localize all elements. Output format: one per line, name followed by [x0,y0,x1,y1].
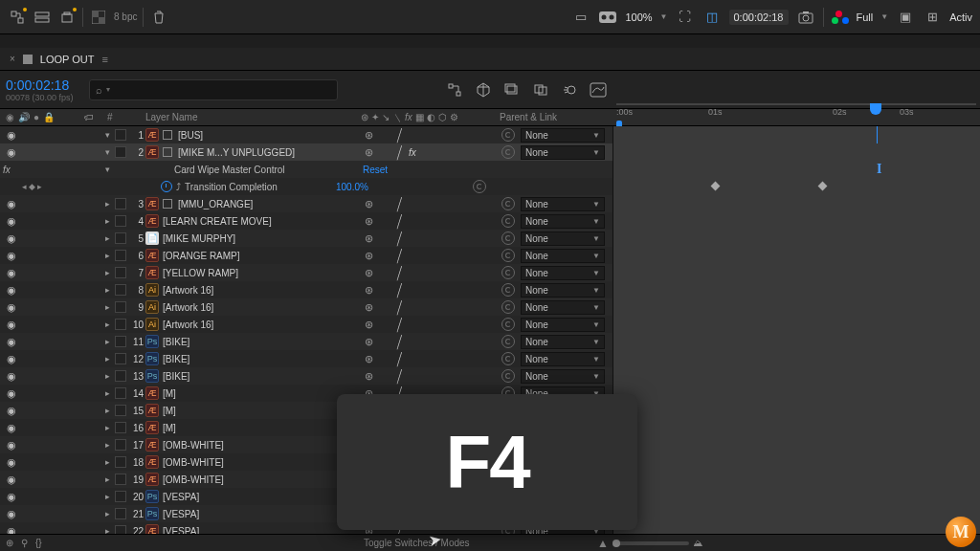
collapse-switch-icon[interactable]: ╱ [397,214,402,229]
layer-row[interactable]: ◉▸5📄[MIKE MURPHY]⊛╱None▼ [0,230,980,247]
shy-switch-icon[interactable]: ⊛ [363,336,374,348]
twirl-icon[interactable]: ▸ [105,406,113,415]
zoom-dropdown-chevron[interactable]: ▼ [660,12,668,21]
parent-dropdown[interactable]: None▼ [521,214,605,229]
shy-checkbox[interactable] [115,284,126,296]
layer-name-label[interactable]: [YELLOW RAMP] [163,268,238,278]
pickwhip-icon[interactable] [501,197,515,210]
layer-timeline-track[interactable] [612,488,980,505]
twirl-icon[interactable]: ▾ [105,147,113,157]
twirl-icon[interactable]: ▸ [105,302,113,312]
layer-name-label[interactable]: [VESPA] [163,492,199,502]
layer-name-label[interactable]: [OMB-WHITE] [163,440,224,451]
effect-track[interactable]: I [612,161,980,178]
collapse-switch-icon[interactable]: ╱ [397,369,402,384]
pickwhip-icon[interactable] [501,214,515,228]
effect-name-label[interactable]: Card Wipe Master Control [174,165,285,175]
layer-name-label[interactable]: [VESPA] [163,509,199,519]
shy-checkbox[interactable] [115,215,126,227]
twirl-icon[interactable]: ▸ [105,251,113,260]
toggle-switches-modes-button[interactable]: Toggle Switches / Modes [364,538,470,548]
video-eye-icon[interactable]: ◉ [6,491,17,502]
layer-row[interactable]: ◉▸6Æ[ORANGE RAMP]⊛╱None▼ [0,247,980,264]
twirl-icon[interactable]: ▸ [105,440,113,450]
parent-dropdown[interactable]: None▼ [521,335,605,349]
video-eye-icon[interactable]: ◉ [6,301,17,313]
twirl-icon[interactable]: ▸ [105,371,113,381]
layer-timeline-track[interactable] [612,281,980,298]
view-options-icon[interactable]: ⊞ [923,8,942,27]
keyframe-icon[interactable] [818,182,828,191]
shy-checkbox[interactable] [115,129,126,141]
twirl-icon[interactable]: ▸ [105,474,113,484]
layer-name-label[interactable]: [LEARN CREATE MOVE] [163,216,272,227]
collapse-switch-icon[interactable]: ╱ [397,352,402,366]
keyframe-icon[interactable] [711,182,721,191]
video-eye-icon[interactable]: ◉ [6,370,17,382]
layer-row[interactable]: ◉▸4Æ[LEARN CREATE MOVE]⊛╱None▼ [0,212,980,230]
shy-switch-icon[interactable]: ⊛ [363,370,374,383]
pickwhip-icon[interactable] [501,283,515,297]
solo-column-icon[interactable]: ● [33,112,39,122]
pickwhip-icon[interactable] [501,300,515,314]
pickwhip-icon[interactable] [473,180,486,193]
shy-checkbox[interactable] [115,422,126,433]
layer-name-label[interactable]: [Artwork 16] [163,302,213,313]
video-eye-icon[interactable]: ◉ [6,353,17,364]
layer-name-label[interactable]: [BIKE] [163,371,189,382]
playhead-indicator[interactable] [870,103,881,115]
layer-row[interactable]: ◉▸8Ai[Artwork 16]⊛╱None▼ [0,281,980,298]
video-eye-icon[interactable]: ◉ [6,284,17,296]
layer-timeline-track[interactable] [612,212,980,230]
layer-name-label[interactable]: [ORANGE RAMP] [163,251,240,261]
switches-column-header[interactable]: ⊛✦↘＼fx▦◐⬡⚙ [361,111,500,124]
layer-name-label[interactable]: [M] [163,388,176,399]
layer-timeline-track[interactable] [612,453,980,471]
shy-checkbox[interactable] [115,474,126,485]
index-column-header[interactable]: # [103,112,145,122]
shy-switch-icon[interactable]: ⊛ [363,232,374,245]
current-timecode[interactable]: 0:00:02:18 [6,77,74,93]
video-eye-icon[interactable]: ◉ [6,215,17,227]
pickwhip-icon[interactable] [501,352,515,365]
collapse-switch-icon[interactable]: ╱ [397,335,402,349]
flowchart-icon[interactable] [8,8,27,27]
property-row[interactable]: ◂◆▸ ⤴ Transition Completion 100.0% [0,178,980,195]
parent-dropdown[interactable]: None▼ [521,318,605,332]
video-eye-icon[interactable]: ◉ [6,508,17,519]
shy-switch-icon[interactable]: ⊛ [363,353,374,365]
layer-timeline-track[interactable] [612,402,980,419]
pickwhip-icon[interactable] [501,231,515,245]
shy-switch-icon[interactable]: ⊛ [363,301,374,314]
layer-name-label[interactable]: [MIKE M...Y UNPLUGGED] [178,147,295,158]
layer-timeline-track[interactable] [612,505,980,522]
layer-row[interactable]: ◉▸12Ps[BIKE]⊛╱None▼ [0,350,980,367]
layer-row[interactable]: ◉▸3Æ[MMU_ORANGE]⊛╱None▼ [0,195,980,212]
layer-timeline-track[interactable] [612,471,980,488]
shy-checkbox[interactable] [115,198,126,209]
twirl-icon[interactable]: ▸ [105,354,113,364]
collapse-switch-icon[interactable]: ╱ [397,231,402,246]
effect-row[interactable]: fx ▾ Card Wipe Master Control Reset I [0,161,980,178]
composition-tab[interactable]: LOOP OUT [40,54,95,65]
parent-dropdown[interactable]: None▼ [521,266,605,280]
layer-row[interactable]: ◉▾1Æ[BUS]⊛╱None▼ [0,126,980,143]
parent-dropdown[interactable]: None▼ [521,300,605,315]
layer-timeline-track[interactable] [612,316,980,333]
video-column-icon[interactable]: ◉ [6,112,14,122]
stopwatch-icon[interactable] [161,181,172,192]
fx-switch-icon[interactable]: fx [409,147,416,158]
layer-row[interactable]: ◉▸11Ps[BIKE]⊛╱None▼ [0,333,980,350]
twirl-icon[interactable]: ▸ [105,199,113,209]
pickwhip-icon[interactable] [501,249,515,262]
shy-checkbox[interactable] [115,319,126,330]
layer-timeline-track[interactable] [612,436,980,453]
shy-checkbox[interactable] [115,232,126,244]
pickwhip-icon[interactable] [501,266,515,279]
shy-switch-icon[interactable]: ⊛ [363,215,374,228]
twirl-icon[interactable]: ▸ [105,233,113,243]
collapse-switch-icon[interactable]: ╱ [397,318,402,332]
graph-editor-icon[interactable] [590,81,607,99]
video-eye-icon[interactable]: ◉ [6,456,17,468]
name-column-header[interactable]: Layer Name [145,112,361,122]
